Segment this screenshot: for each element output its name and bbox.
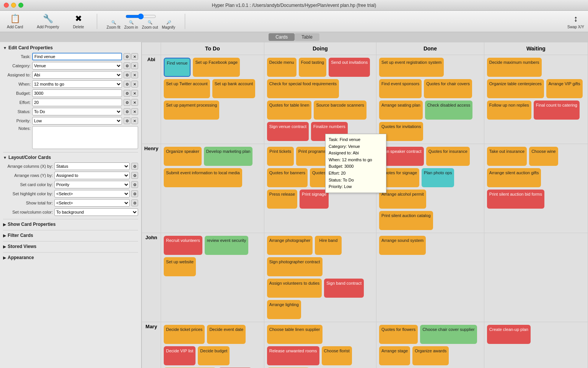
- card-item[interactable]: Quotes for table linen: [267, 101, 312, 120]
- card-item[interactable]: Set up Twitter account: [164, 79, 210, 98]
- card-item[interactable]: Press release: [267, 190, 297, 209]
- minimize-button[interactable]: [11, 3, 16, 8]
- card-item[interactable]: Hire band: [315, 236, 342, 255]
- stored-views-header[interactable]: ▶ Stored Views: [3, 244, 138, 249]
- add-property-button[interactable]: 🔧 Add Property: [34, 12, 62, 31]
- card-item[interactable]: Quotes for banners: [267, 168, 308, 187]
- task-settings-icon[interactable]: ⚙: [124, 53, 130, 60]
- appearance-header[interactable]: ▶ Appearance: [3, 255, 138, 260]
- zoom-in-button[interactable]: 🔍 Zoom in: [124, 20, 138, 29]
- card-item[interactable]: Create clean-up plan: [487, 325, 531, 344]
- card-item[interactable]: Choose table linen supplier: [267, 325, 323, 344]
- show-card-props-header[interactable]: ▶ Show Card Properties: [3, 222, 138, 227]
- card-item[interactable]: Choose florist: [322, 346, 352, 365]
- card-item[interactable]: Quotes for chair covers: [424, 79, 472, 98]
- swap-xy-button[interactable]: ↕ Swap X/Y: [567, 14, 584, 29]
- card-item[interactable]: Recruit volunteers: [164, 236, 202, 255]
- card-item[interactable]: Decide VIP list: [164, 346, 195, 365]
- priority-settings-icon[interactable]: ⚙: [124, 117, 130, 124]
- effort-clear-icon[interactable]: ✕: [131, 99, 138, 106]
- card-item[interactable]: Decide ticket prices: [164, 325, 205, 344]
- card-item[interactable]: Take out insurance: [487, 147, 527, 166]
- card-item[interactable]: Organize awards: [412, 346, 449, 365]
- when-settings-icon[interactable]: ⚙: [124, 81, 130, 88]
- card-item[interactable]: Arrange seating plan: [379, 101, 423, 120]
- status-settings-icon[interactable]: ⚙: [124, 108, 130, 115]
- card-item[interactable]: Source barcode scanners: [314, 101, 366, 120]
- card-item[interactable]: Print silent auction catalog: [379, 211, 433, 230]
- card-item[interactable]: Decide event date: [207, 325, 246, 344]
- card-item[interactable]: Develop marketing plan: [204, 147, 253, 166]
- card-item[interactable]: Check disabled access: [425, 101, 473, 120]
- layout-header[interactable]: ▼ Layout/Color Cards: [3, 155, 138, 160]
- card-item[interactable]: Release unwanted rooms: [267, 346, 319, 365]
- maximize-button[interactable]: [18, 3, 23, 8]
- arrange-cols-settings-icon[interactable]: ⚙: [131, 163, 138, 170]
- card-item[interactable]: Choose chair cover supplier: [420, 325, 477, 344]
- card-item[interactable]: Decide maximum numbers: [487, 58, 542, 77]
- assigned-clear-icon[interactable]: ✕: [131, 71, 138, 78]
- card-item[interactable]: Sign photographer contract: [267, 257, 323, 276]
- category-settings-icon[interactable]: ⚙: [124, 62, 130, 69]
- card-item[interactable]: Check for special food requirements: [267, 79, 339, 98]
- task-clear-icon[interactable]: ✕: [131, 53, 138, 60]
- card-item[interactable]: Arrange photographer: [267, 236, 313, 255]
- table-view-button[interactable]: Table: [295, 33, 319, 41]
- card-item[interactable]: Decide budget: [198, 346, 230, 365]
- budget-input[interactable]: [32, 89, 122, 97]
- arrange-rows-settings-icon[interactable]: ⚙: [131, 172, 138, 179]
- arrange-cols-select[interactable]: Status: [54, 162, 130, 170]
- card-item[interactable]: Print programs: [296, 147, 328, 166]
- edit-card-props-header[interactable]: ▼ Edit Card Properties: [3, 45, 138, 50]
- filter-cards-header[interactable]: ▶ Filter Cards: [3, 233, 138, 238]
- card-item[interactable]: Arrange lighting: [267, 300, 301, 319]
- task-input[interactable]: [32, 53, 122, 60]
- add-card-button[interactable]: 📋 Add Card: [4, 12, 26, 31]
- zoom-out-button[interactable]: 🔍 Zoom out: [142, 20, 158, 29]
- budget-clear-icon[interactable]: ✕: [131, 90, 138, 97]
- card-item[interactable]: Print tickets: [267, 147, 294, 166]
- card-item[interactable]: Set up website: [164, 257, 196, 276]
- arrange-rows-select[interactable]: Assigned to: [54, 172, 130, 179]
- total-select[interactable]: <Select>: [54, 199, 130, 207]
- card-item[interactable]: Print signage: [300, 190, 329, 209]
- card-item[interactable]: Arrange silent auction gifts: [487, 168, 541, 187]
- card-item[interactable]: Print silent auction bid forms: [487, 190, 544, 209]
- budget-settings-icon[interactable]: ⚙: [124, 90, 130, 97]
- card-item[interactable]: Arrange stage: [379, 346, 410, 365]
- magnify-button[interactable]: 🔎 Magnify: [162, 20, 175, 29]
- card-item[interactable]: Organize table centerpieces: [487, 79, 544, 98]
- card-item[interactable]: Quotes for insurance: [426, 147, 470, 166]
- card-color-settings-icon[interactable]: ⚙: [131, 181, 138, 188]
- close-button[interactable]: [4, 3, 9, 8]
- card-item[interactable]: Assign volunteers to duties: [267, 279, 322, 298]
- zoom-slider[interactable]: [125, 13, 156, 19]
- card-item[interactable]: Set up bank account: [212, 79, 255, 98]
- priority-select[interactable]: Low: [32, 117, 122, 125]
- category-select[interactable]: Venue: [32, 62, 122, 70]
- delete-button[interactable]: ✖ Delete: [70, 12, 87, 31]
- notes-textarea[interactable]: [32, 126, 138, 149]
- card-item[interactable]: Set up payment processing: [164, 101, 219, 120]
- zoom-fit-button[interactable]: 🔍 Zoom fit: [107, 20, 121, 29]
- card-item[interactable]: Quotes for flowers: [379, 325, 418, 344]
- total-settings-icon[interactable]: ⚙: [131, 199, 138, 206]
- status-clear-icon[interactable]: ✕: [131, 108, 138, 115]
- highlight-settings-icon[interactable]: ⚙: [131, 190, 138, 197]
- card-color-select[interactable]: Priority: [54, 181, 130, 188]
- when-clear-icon[interactable]: ✕: [131, 81, 138, 88]
- card-item[interactable]: Send out invitations: [329, 58, 370, 77]
- category-clear-icon[interactable]: ✕: [131, 62, 138, 69]
- card-item[interactable]: Choose wine: [529, 147, 558, 166]
- card-item[interactable]: Sign band contract: [324, 279, 364, 298]
- card-item[interactable]: Set up event registration system: [379, 58, 444, 77]
- card-item[interactable]: Submit event information to local media: [164, 168, 242, 187]
- highlight-select[interactable]: <Select>: [54, 190, 130, 198]
- priority-clear-icon[interactable]: ✕: [131, 117, 138, 124]
- cards-view-button[interactable]: Cards: [269, 33, 295, 41]
- card-item[interactable]: Final count to catering: [534, 101, 580, 120]
- card-item[interactable]: Organize speaker: [164, 147, 202, 166]
- when-select[interactable]: 12 months to go: [32, 80, 122, 88]
- card-item[interactable]: Arrange VIP gifts: [546, 79, 583, 98]
- effort-input[interactable]: [32, 99, 122, 106]
